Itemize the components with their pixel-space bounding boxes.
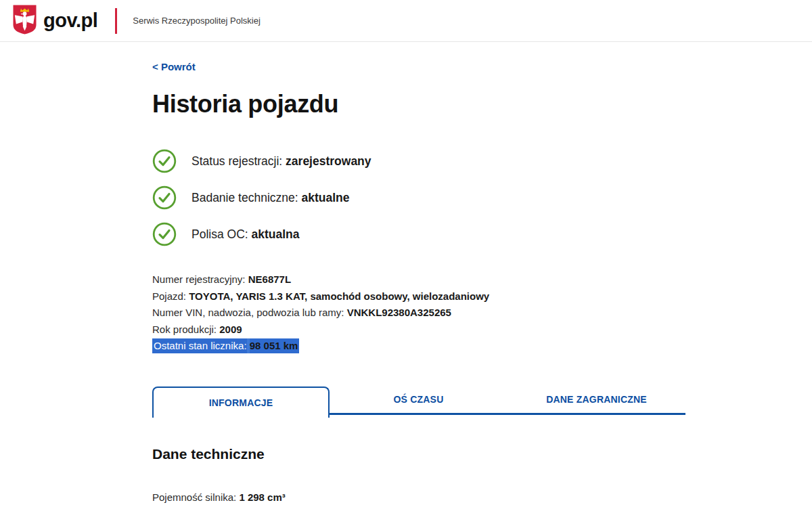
tab-bar: INFORMACJE OŚ CZASU DANE ZAGRANICZNE [152,387,685,415]
detail-value: VNKKL92380A325265 [347,307,451,318]
status-row-registration: Status rejestracji: zarejestrowany [152,149,685,173]
detail-line-vehicle: Pojazd: TOYOTA, YARIS 1.3 KAT, samochód … [152,288,685,305]
status-value: aktualna [252,227,300,241]
tab-informacje[interactable]: INFORMACJE [152,387,330,418]
status-row-inspection: Badanie techniczne: aktualne [152,185,685,210]
detail-line-vin: Numer VIN, nadwozia, podwozia lub ramy: … [152,305,685,322]
status-text: Badanie techniczne: aktualne [191,191,350,205]
tech-label: Pojemność silnika: [152,491,236,503]
detail-value: TOYOTA, YARIS 1.3 KAT, samochód osobowy,… [189,290,489,302]
detail-label: Rok produkcji: [152,324,217,335]
vehicle-details: Numer rejestracyjny: NE6877L Pojazd: TOY… [152,271,685,355]
status-label: Badanie techniczne: [191,191,298,204]
check-circle-icon [152,149,177,173]
back-link[interactable]: < Powrót [152,61,196,72]
tech-value: 1 298 cm³ [239,491,285,503]
detail-line-registration-number: Numer rejestracyjny: NE6877L [152,271,685,288]
poland-emblem-icon [12,4,37,38]
detail-value: 98 051 km [250,338,300,353]
site-header: gov.pl Serwis Rzeczypospolitej Polskiej [0,0,812,42]
status-label: Status rejestracji: [191,154,282,168]
page-title: Historia pojazdu [152,90,685,118]
detail-value: 2009 [219,324,242,335]
status-text: Polisa OC: aktualna [191,227,300,242]
detail-label: Pojazd: [152,290,186,302]
detail-label: Ostatni stan licznika: [152,338,247,353]
header-divider [115,8,117,34]
detail-label: Numer rejestracyjny: [152,273,246,285]
status-row-insurance: Polisa OC: aktualna [152,222,685,246]
technical-data-rows: Pojemność silnika: 1 298 cm³ Moc silnika… [152,489,685,507]
status-list: Status rejestracji: zarejestrowany Badan… [152,149,685,246]
status-value: aktualne [302,191,350,204]
tech-line-engine-capacity: Pojemność silnika: 1 298 cm³ [152,489,685,506]
technical-data-heading: Dane techniczne [152,446,685,462]
detail-label: Numer VIN, nadwozia, podwozia lub ramy: [152,307,344,318]
status-value: zarejestrowany [286,154,371,168]
header-tagline: Serwis Rzeczypospolitej Polskiej [133,16,261,26]
tab-dane-zagraniczne[interactable]: DANE ZAGRANICZNE [508,387,685,415]
detail-line-odometer-selected: Ostatni stan licznika: 98 051 km [152,338,685,355]
detail-value: NE6877L [248,273,291,285]
status-label: Polisa OC: [191,227,248,241]
check-circle-icon [152,222,177,246]
vehicle-history-page: < Powrót Historia pojazdu Status rejestr… [0,42,685,507]
check-circle-icon [152,185,177,210]
detail-line-production-year: Rok produkcji: 2009 [152,322,685,338]
tab-os-czasu[interactable]: OŚ CZASU [330,387,508,415]
status-text: Status rejestracji: zarejestrowany [191,154,371,169]
govpl-logo[interactable]: gov.pl [43,9,97,32]
